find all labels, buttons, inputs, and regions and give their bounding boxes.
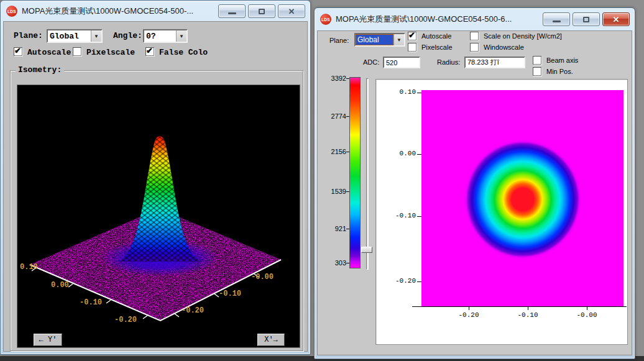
restore-button[interactable]	[573, 12, 600, 26]
y-axis-tick-label: 0.00	[51, 281, 69, 290]
x-axis-tick	[587, 306, 587, 310]
app-icon: LDS	[6, 6, 17, 17]
isometry-3d-plot	[17, 85, 301, 349]
angle-label: Angle:	[113, 31, 142, 40]
restore-icon	[583, 17, 589, 22]
colorbar	[349, 77, 361, 268]
pixelscale-checkbox[interactable]	[408, 43, 416, 52]
windowscale-checkbox[interactable]	[470, 43, 479, 52]
y-axis-tick-label: 0.00	[389, 150, 416, 157]
colorbar-tick-label: 3392	[321, 75, 346, 82]
pixelscale-checkbox[interactable]	[73, 47, 81, 56]
pixelscale-label: Pixelscale	[86, 48, 135, 57]
plane-label: Plane:	[14, 31, 43, 40]
restore-button[interactable]	[248, 4, 275, 18]
x-axis-tick-label: -0.00	[573, 311, 600, 319]
beam-profile-plot	[421, 90, 623, 306]
autoscale-label: Autoscale	[421, 32, 451, 40]
isometry-groupbox: Isometry:	[10, 70, 303, 351]
checkmark-icon: ✔	[408, 30, 415, 40]
y-axis-tick	[417, 216, 421, 217]
isometry-groupbox-label: Isometry:	[16, 65, 64, 75]
x-axis-tick-label: -0.10	[514, 311, 541, 319]
left-titlebar[interactable]: LDS MOPA光束质量测试\1000W-GMOCE054-500-... ✕	[2, 2, 308, 21]
false-color-checkbox[interactable]: ✔	[145, 47, 154, 56]
right-client-area: Plane: Global ▼ ✔ Autoscale Pixelscale S…	[317, 30, 632, 355]
window-title: MOPA光束质量测试\1000W-GMOCE054-500-6...	[336, 14, 543, 25]
pixelscale-label: Pixelscale	[421, 43, 453, 51]
autoscale-label: Autoscale	[27, 48, 71, 57]
app-icon: LDS	[320, 14, 331, 25]
plane-label: Plane:	[329, 37, 349, 44]
minimize-button[interactable]	[543, 12, 570, 26]
angle-select[interactable]: 0? ▼	[143, 29, 188, 43]
radius-input[interactable]	[464, 57, 525, 68]
x-axis-tick	[528, 306, 528, 310]
colorbar-tick-label: 2774	[321, 112, 346, 120]
x-axis-tick-label: -0.20	[182, 306, 204, 315]
left-window: LDS MOPA光束质量测试\1000W-GMOCE054-500-... ✕ …	[0, 0, 311, 355]
y-axis-tick	[417, 154, 421, 155]
scale-on-density-label: Scale on Density [W/cm2]	[484, 32, 562, 40]
chevron-down-icon[interactable]: ▼	[176, 30, 186, 42]
threshold-slider-track[interactable]	[366, 78, 369, 270]
minimize-icon	[553, 21, 561, 22]
beam-axis-checkbox[interactable]	[533, 56, 541, 65]
false-color-label: False Colo	[159, 48, 208, 57]
x-axis-tick-label: -0.20	[455, 311, 482, 319]
y-axis-tick-label: -0.20	[114, 316, 137, 324]
threshold-slider-thumb[interactable]	[361, 247, 372, 253]
plane-select[interactable]: Global ▼	[354, 33, 405, 47]
y-axis-tick-label: 0.10	[389, 88, 416, 96]
checkmark-icon: ✔	[14, 46, 21, 55]
colorbar-tick-label: 2156	[321, 148, 346, 155]
minimize-button[interactable]	[218, 4, 246, 18]
close-button[interactable]: ✕	[278, 4, 305, 18]
angle-value: 0?	[144, 30, 176, 42]
chevron-down-icon[interactable]: ▼	[91, 30, 101, 42]
chevron-down-icon[interactable]: ▼	[393, 34, 404, 45]
beam-axis-label: Beam axis	[546, 57, 578, 64]
adc-input[interactable]	[383, 57, 420, 68]
radius-label: Radius:	[437, 58, 460, 66]
x-axis	[412, 306, 627, 307]
y-axis-tick-label: -0.10	[389, 212, 416, 219]
rotate-x-button[interactable]: X'→	[257, 334, 285, 346]
y-axis-tick-label: -0.20	[389, 277, 416, 285]
y-axis-tick-label: 0.10	[20, 263, 38, 272]
restore-icon	[259, 9, 265, 14]
adc-label: ADC:	[363, 58, 379, 66]
close-icon: ✕	[288, 7, 295, 16]
colorbar-tick-label: 921	[321, 225, 346, 232]
window-title: MOPA光束质量测试\1000W-GMOCE054-500-...	[22, 6, 218, 17]
plane-value: Global	[356, 34, 393, 45]
close-button[interactable]: ✕	[602, 12, 630, 26]
isometry-canvas: 0.10 0.00 -0.10 -0.20 -0.00 -0.10 -0.20 …	[17, 85, 300, 348]
x-axis-tick-label: -0.10	[219, 290, 241, 298]
autoscale-checkbox[interactable]: ✔	[408, 32, 416, 40]
x-axis-tick	[469, 306, 469, 310]
minimize-icon	[228, 12, 236, 14]
beam-spot	[464, 139, 582, 260]
plane-select[interactable]: Global ▼	[47, 29, 103, 43]
y-axis-tick-label: -0.10	[80, 298, 102, 307]
right-titlebar[interactable]: LDS MOPA光束质量测试\1000W-GMOCE054-500-6... ✕	[316, 9, 633, 29]
right-window: LDS MOPA光束质量测试\1000W-GMOCE054-500-6... ✕…	[314, 7, 635, 359]
min-pos-label: Min Pos.	[546, 68, 573, 75]
autoscale-checkbox[interactable]: ✔	[14, 47, 22, 56]
min-pos-checkbox[interactable]	[533, 67, 541, 76]
colorbar-tick-label: 1539	[321, 188, 346, 195]
colorbar-tick-label: 303	[321, 259, 346, 267]
plane-value: Global	[48, 30, 91, 42]
close-icon: ✕	[613, 16, 620, 24]
beam-profile-panel: 0.10 0.00 -0.10 -0.20 -0.20 -0.10 -0.00	[375, 79, 628, 345]
scale-on-density-checkbox[interactable]	[470, 32, 479, 40]
left-client-area: Plane: Global ▼ Angle: 0? ▼ ✔ Autoscale …	[3, 21, 308, 352]
checkmark-icon: ✔	[146, 46, 153, 55]
y-axis-tick	[417, 93, 421, 93]
rotate-y-button[interactable]: ← Y'	[34, 334, 62, 346]
x-axis-tick-label: -0.00	[251, 273, 274, 281]
windowscale-label: Windowscale	[484, 43, 524, 51]
y-axis-tick	[417, 281, 421, 282]
